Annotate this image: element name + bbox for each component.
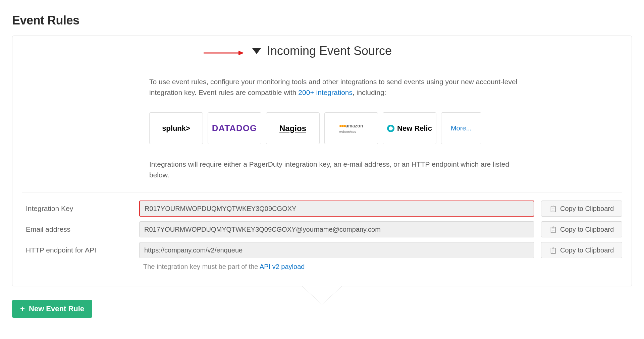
api-hint: The integration key must be part of the …	[143, 263, 622, 283]
integration-tiles: splunk> DATADOG Nagios ■■■amazonwebservi…	[149, 112, 520, 144]
integrations-link[interactable]: 200+ integrations	[298, 89, 353, 96]
tile-aws[interactable]: ■■■amazonwebservices	[324, 112, 378, 144]
input-http[interactable]	[139, 242, 534, 258]
tile-more[interactable]: More...	[441, 112, 481, 144]
annotation-arrow	[204, 49, 244, 57]
tile-newrelic[interactable]: New Relic	[383, 112, 436, 144]
new-event-rule-button[interactable]: + New Event Rule	[12, 300, 92, 318]
label-http: HTTP endpoint for API	[22, 246, 132, 254]
clipboard-icon	[549, 246, 557, 254]
tile-datadog[interactable]: DATADOG	[208, 112, 261, 144]
credentials-area: Integration Key Copy to Clipboard Email …	[12, 192, 632, 286]
input-email[interactable]	[139, 221, 534, 237]
page-title: Event Rules	[12, 13, 632, 27]
intro-subtext: Integrations will require either a Pager…	[149, 159, 520, 180]
newrelic-logo: New Relic	[387, 124, 432, 133]
plus-icon: +	[20, 305, 25, 313]
collapse-triangle-icon[interactable]	[252, 48, 261, 54]
label-email: Email address	[22, 225, 132, 233]
event-source-card: Incoming Event Source To use event rules…	[12, 36, 632, 286]
tile-nagios[interactable]: Nagios	[266, 112, 320, 144]
intro-text: To use event rules, configure your monit…	[149, 76, 520, 98]
api-payload-link[interactable]: API v2 payload	[260, 263, 305, 270]
aws-logo: ■■■amazonwebservices	[339, 123, 363, 134]
label-integration-key: Integration Key	[22, 205, 132, 213]
datadog-logo: DATADOG	[212, 123, 257, 133]
newrelic-circle-icon	[387, 125, 394, 132]
clipboard-icon	[549, 205, 557, 213]
tile-splunk[interactable]: splunk>	[149, 112, 203, 144]
card-header-title: Incoming Event Source	[267, 44, 392, 58]
input-integration-key[interactable]	[139, 201, 534, 217]
row-integration-key: Integration Key Copy to Clipboard	[22, 201, 622, 217]
copy-email-button[interactable]: Copy to Clipboard	[541, 221, 622, 237]
svg-marker-1	[238, 51, 244, 55]
nagios-logo: Nagios	[279, 124, 306, 133]
row-email: Email address Copy to Clipboard	[22, 221, 622, 237]
copy-integration-key-button[interactable]: Copy to Clipboard	[541, 201, 622, 217]
row-http: HTTP endpoint for API Copy to Clipboard	[22, 242, 622, 258]
clipboard-icon	[549, 226, 557, 233]
card-header[interactable]: Incoming Event Source	[12, 44, 632, 67]
copy-http-button[interactable]: Copy to Clipboard	[541, 242, 622, 258]
svg-marker-2	[302, 286, 342, 304]
more-link: More...	[451, 124, 472, 132]
splunk-logo: splunk>	[162, 124, 190, 133]
